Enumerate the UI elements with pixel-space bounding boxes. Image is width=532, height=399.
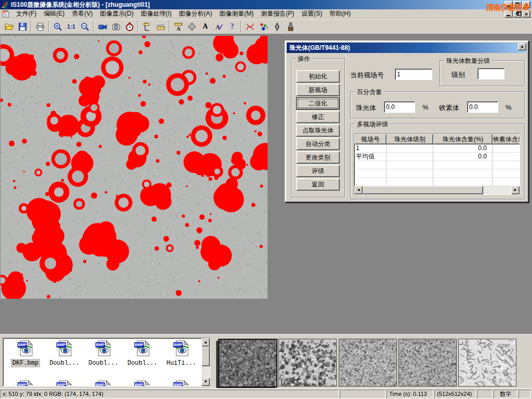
snapshot-button[interactable] [109,20,123,33]
measure-vertical-button[interactable] [140,20,154,33]
classify-button[interactable]: 3 [257,20,270,33]
minimize-button[interactable] [504,1,513,8]
file-item[interactable]: BMP DKF.bmp [8,340,43,367]
menu-item-image-display[interactable]: 图像显示(D) [96,9,137,19]
menu-item-edit[interactable]: 编辑(E) [40,9,68,19]
return-button[interactable]: 返回 [296,178,340,191]
change-class-button[interactable]: 更改类别 [296,151,340,164]
zoom-out-button[interactable] [78,20,91,33]
brush-tool-button[interactable] [284,20,297,33]
help-button[interactable]: ? [225,20,239,33]
dialog-close-button[interactable]: × [518,43,526,50]
file-item[interactable]: BMP Doubl... [125,340,159,367]
svg-text:BMP: BMP [135,342,143,347]
text-button[interactable]: A [198,20,212,33]
current-field-input[interactable] [395,69,432,80]
measure-annotate-button[interactable]: A [171,20,185,33]
timer-button[interactable] [123,20,136,33]
svg-text:BMP: BMP [135,382,143,387]
initialize-button[interactable]: 初始化 [296,70,340,83]
bmp-file-icon: BMP [56,340,73,357]
measure-horizontal-button[interactable] [154,20,167,33]
svg-text:BMP: BMP [18,382,26,387]
table-row[interactable]: 1 0.0 [354,144,520,153]
file-item[interactable]: BMP [86,380,121,387]
file-v-scrollbar[interactable]: ▲ ▼ [202,338,210,386]
ferrite-percent-sign: % [506,103,512,111]
menu-item-file[interactable]: 文件(F) [12,9,40,19]
menu-item-help[interactable]: 帮助(H) [326,9,354,19]
thumbnail-2[interactable] [278,339,337,387]
child-minimize-button[interactable] [504,10,513,18]
binarize-button[interactable]: 二值化 [296,97,340,110]
table-row[interactable]: 平均值 0.0 [354,153,520,161]
file-item[interactable]: BMP [125,380,159,387]
file-item[interactable]: BMP [164,380,198,387]
scroll-left-button[interactable]: ◄ [354,186,363,194]
thumbnail-3[interactable] [339,339,397,387]
grade-button[interactable]: 评级 [296,165,340,177]
scroll-track[interactable] [483,186,511,194]
file-label: Doubl... [87,360,119,367]
zoom-in-button[interactable] [51,20,64,33]
video-capture-button[interactable] [96,20,109,33]
pearlite-label: 珠光体 [356,103,376,113]
file-item[interactable]: BMP HuiTi... [164,340,198,367]
curve-tool-button[interactable] [243,20,257,33]
menu-item-image-measure[interactable]: 图像测量(M) [216,9,257,19]
file-item[interactable]: BMP [47,380,82,387]
grade-input[interactable] [477,68,504,79]
scroll-thumb[interactable] [202,347,210,366]
rating-table[interactable]: 视场号 珠光体级别 珠光体含量(%) 铁素体含量(%) 1 0.0 平均值 [354,134,520,195]
print-button[interactable] [33,20,47,33]
close-button[interactable]: × [522,1,530,8]
cell-ferrite [493,144,520,153]
pen-tool-button[interactable] [270,20,284,33]
menu-item-view[interactable]: 查看(V) [68,9,96,19]
cell-pct: 0.0 [433,153,493,161]
actual-size-button[interactable]: 1:1 [64,20,78,33]
table-row-empty [354,169,520,178]
table-h-scrollbar[interactable]: ◄ ► [354,186,520,194]
menu-item-image-process[interactable]: 图像处理(I) [137,9,175,19]
maximize-button[interactable] [513,1,522,8]
specimen-image[interactable] [1,36,268,299]
image-size-status: (512x512x24) [434,390,476,398]
menu-item-report[interactable]: 测量报告(P) [257,9,298,19]
new-field-button[interactable]: 新视场 [296,84,340,96]
thumbnail-1[interactable] [218,339,277,388]
close-icon: × [523,1,530,8]
correct-button[interactable]: 修正 [296,111,340,123]
scroll-right-button[interactable]: ► [511,186,520,194]
file-item[interactable]: BMP Doubl... [86,340,121,367]
cell-field-no: 平均值 [354,153,387,161]
title-bar: IS100显微摄像系统(金相分析版) - [zhuguangti01] × [0,0,532,9]
dialog-title-bar[interactable]: 珠光体(GB/T9441-88) [287,43,527,53]
scroll-thumb[interactable] [363,186,483,194]
thumbnail-5[interactable] [458,339,516,387]
document-icon[interactable]: DOC [2,10,9,18]
svg-text:DOC: DOC [2,11,7,14]
ferrite-input[interactable] [467,101,498,113]
pen-nib-icon [273,22,282,31]
thumbnail-4[interactable] [398,339,457,387]
pick-pearlite-button[interactable]: 点取珠光体 [296,124,340,137]
save-button[interactable] [16,20,29,33]
cell-ferrite [493,153,520,161]
edit-text-button[interactable]: A [212,20,225,33]
auto-classify-button[interactable]: 自动分类 [296,138,340,150]
open-button[interactable] [2,20,16,33]
mode-status: 数字 [494,390,517,398]
menu-item-settings[interactable]: 设置(S) [298,9,326,19]
menu-item-image-analysis[interactable]: 图像分析(A) [175,9,216,19]
scroll-up-button[interactable]: ▲ [202,338,210,347]
file-item[interactable]: BMP [8,380,43,387]
file-item[interactable]: BMP Doubl... [47,340,82,367]
child-restore-button[interactable] [513,10,522,18]
scroll-down-button[interactable]: ▼ [202,378,210,386]
merge-button[interactable] [185,20,198,33]
file-listbox[interactable]: BMP DKF.bmp BMP Doubl... BMP Doubl... [3,338,210,387]
child-window-controls: × [504,10,530,18]
child-close-button[interactable]: × [522,10,530,18]
pearlite-input[interactable] [384,101,415,113]
